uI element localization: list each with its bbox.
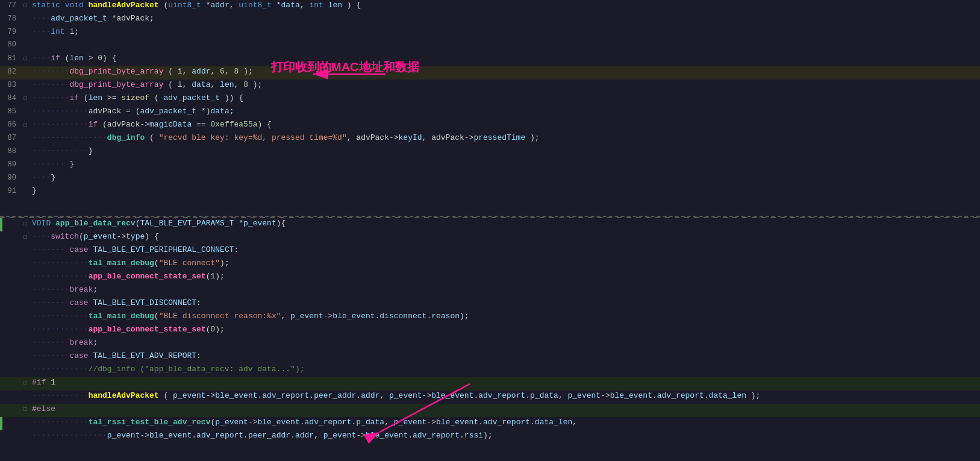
code-content: ········break; — [30, 285, 980, 294]
line-number: 77 — [0, 1, 21, 10]
line-number: 90 — [0, 174, 21, 182]
bottom-code-line-3: ············tal_main_debug("BLE connect"… — [0, 258, 980, 271]
bottom-code-lines: □VOID app_ble_data_recv(TAL_BLE_EVT_PARA… — [0, 218, 980, 444]
code-content: ····switch(p_event->type) { — [30, 232, 980, 241]
code-content: ············handleAdvPacket ( p_event->b… — [30, 391, 980, 400]
code-content: ········case TAL_BLE_EVT_PERIPHERAL_CONN… — [30, 245, 980, 254]
bottom-code-line-1: □····switch(p_event->type) { — [0, 231, 980, 245]
bottom-code-panel: □VOID app_ble_data_recv(TAL_BLE_EVT_PARA… — [0, 218, 980, 461]
fold-marker[interactable]: □ — [21, 234, 30, 240]
code-content: ················dbg_info ( "recvd ble ke… — [30, 133, 980, 142]
code-content: #else — [30, 404, 980, 413]
bottom-code-line-15: ············tal_rssi_test_ble_adv_recv(p… — [0, 417, 980, 430]
fold-marker[interactable]: □ — [21, 2, 30, 9]
code-content: ········} — [30, 160, 980, 169]
fold-marker[interactable]: □ — [21, 122, 30, 128]
bottom-code-line-14: □#else — [0, 404, 980, 417]
code-editor: 77□static void handleAdvPacket (uint8_t … — [0, 0, 980, 461]
line-number: 86 — [0, 121, 21, 129]
top-code-line-87: 87················dbg_info ( "recvd ble … — [0, 133, 980, 146]
code-content: ········case TAL_BLE_EVT_DISCONNECT: — [30, 298, 980, 307]
line-number: 82 — [0, 67, 21, 76]
line-number: 88 — [0, 147, 21, 155]
line-number: 78 — [0, 14, 21, 23]
bottom-code-line-16: ················p_event->ble_event.adv_r… — [0, 430, 980, 444]
top-code-line-84: 84□········if (len >= sizeof ( adv_packe… — [0, 93, 980, 106]
line-number: 81 — [0, 54, 21, 63]
code-content: ········dbg_print_byte_array ( i, addr, … — [30, 67, 980, 76]
top-code-line-82: 82········dbg_print_byte_array ( i, addr… — [0, 66, 980, 80]
code-content: ····int i; — [30, 27, 980, 36]
bottom-code-line-10: ········case TAL_BLE_EVT_ADV_REPORT: — [0, 351, 980, 364]
line-number: 80 — [0, 40, 21, 49]
code-content: #if 1 — [30, 378, 980, 387]
code-content: ····} — [30, 173, 980, 182]
top-code-line-89: 89········} — [0, 159, 980, 172]
fold-marker[interactable]: □ — [21, 406, 30, 413]
bottom-code-line-7: ············tal_main_debug("BLE disconne… — [0, 311, 980, 324]
fold-marker[interactable]: □ — [21, 221, 30, 227]
top-code-line-83: 83········dbg_print_byte_array ( i, data… — [0, 80, 980, 93]
bottom-code-line-11: ············//dbg_info ("app_ble_data_re… — [0, 364, 980, 377]
code-content: ········if (len >= sizeof ( adv_packet_t… — [30, 93, 980, 102]
top-code-line-91: 91} — [0, 186, 980, 199]
top-code-line-86: 86□············if (advPack->magicData ==… — [0, 119, 980, 133]
code-content: ············} — [30, 146, 980, 155]
top-code-panel: 77□static void handleAdvPacket (uint8_t … — [0, 0, 980, 217]
fold-marker[interactable]: □ — [21, 95, 30, 102]
code-content: ············//dbg_info ("app_ble_data_re… — [30, 365, 980, 374]
code-content: ············tal_rssi_test_ble_adv_recv(p… — [30, 418, 980, 427]
code-content: ················p_event->ble_event.adv_r… — [30, 431, 980, 440]
bottom-code-line-13: ············handleAdvPacket ( p_event->b… — [0, 390, 980, 404]
line-number: 85 — [0, 107, 21, 116]
fold-marker[interactable]: □ — [21, 380, 30, 386]
code-content: ········dbg_print_byte_array ( i, data, … — [30, 80, 980, 89]
bottom-code-line-4: ············app_ble_connect_state_set(1)… — [0, 271, 980, 284]
code-content: } — [30, 186, 980, 195]
code-content: ············tal_main_debug("BLE connect"… — [30, 259, 980, 268]
top-code-line-79: 79····int i; — [0, 27, 980, 40]
code-content: ············app_ble_connect_state_set(0)… — [30, 325, 980, 334]
line-number: 84 — [0, 94, 21, 102]
code-content: static void handleAdvPacket (uint8_t *ad… — [30, 1, 980, 10]
top-code-line-81: 81□····if (len > 0) { — [0, 53, 980, 66]
code-content: ············app_ble_connect_state_set(1)… — [30, 272, 980, 281]
top-code-line-78: 78····adv_packet_t *advPack; — [0, 13, 980, 27]
line-number: 91 — [0, 187, 21, 195]
line-number: 89 — [0, 160, 21, 169]
code-content: ············if (advPack->magicData == 0x… — [30, 120, 980, 129]
bottom-code-line-2: ········case TAL_BLE_EVT_PERIPHERAL_CONN… — [0, 245, 980, 258]
code-content: VOID app_ble_data_recv(TAL_BLE_EVT_PARAM… — [30, 219, 980, 228]
top-code-lines: 77□static void handleAdvPacket (uint8_t … — [0, 0, 980, 199]
line-number: 83 — [0, 81, 21, 89]
top-code-line-88: 88············} — [0, 146, 980, 159]
top-code-line-90: 90····} — [0, 172, 980, 186]
fold-marker[interactable]: □ — [21, 55, 30, 62]
code-content: ········case TAL_BLE_EVT_ADV_REPORT: — [30, 351, 980, 360]
code-content: ····if (len > 0) { — [30, 54, 980, 63]
bottom-code-line-9: ········break; — [0, 337, 980, 351]
bottom-code-line-12: □#if 1 — [0, 377, 980, 390]
bottom-code-line-5: ········break; — [0, 284, 980, 298]
line-number: 87 — [0, 134, 21, 142]
top-code-line-80: 80 — [0, 40, 980, 53]
line-number: 79 — [0, 28, 21, 36]
top-code-line-77: 77□static void handleAdvPacket (uint8_t … — [0, 0, 980, 13]
code-content: ····adv_packet_t *advPack; — [30, 14, 980, 23]
top-code-line-85: 85············advPack = (adv_packet_t *)… — [0, 106, 980, 119]
code-content: ········break; — [30, 338, 980, 347]
bottom-code-line-8: ············app_ble_connect_state_set(0)… — [0, 324, 980, 337]
code-content: ············tal_main_debug("BLE disconne… — [30, 312, 980, 321]
bottom-code-line-6: ········case TAL_BLE_EVT_DISCONNECT: — [0, 298, 980, 311]
bottom-code-line-0: □VOID app_ble_data_recv(TAL_BLE_EVT_PARA… — [0, 218, 980, 231]
code-content: ············advPack = (adv_packet_t *)da… — [30, 107, 980, 116]
